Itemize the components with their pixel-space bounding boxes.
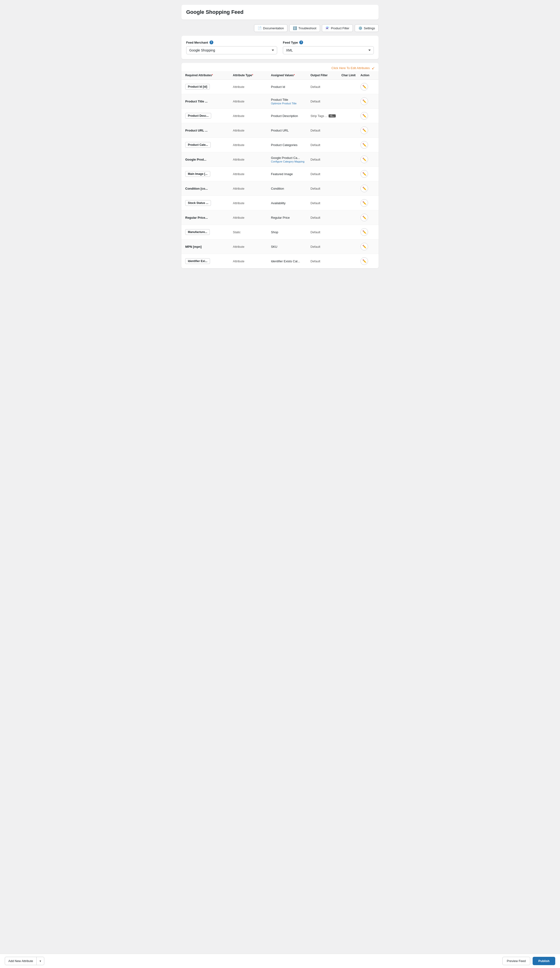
col-action: Action — [360, 74, 375, 77]
edit-button[interactable]: ✏️ — [360, 83, 368, 91]
assigned-value-text: SKU — [271, 245, 278, 249]
assigned-value-cell: SKU — [271, 245, 311, 249]
attribute-type-cell: Attribute — [233, 99, 271, 103]
output-filter-cell: Default — [311, 172, 342, 176]
action-cell: ✏️ — [360, 156, 375, 163]
output-filter-cell: Default — [311, 187, 342, 191]
troubleshoot-button[interactable]: ℹ️ Troubleshoot — [289, 24, 320, 32]
table-row: Main Image [...AttributeFeatured ImageDe… — [182, 167, 378, 181]
attribute-type-cell: Attribute — [233, 216, 271, 219]
merchant-help-icon[interactable]: ? — [210, 40, 213, 44]
edit-attributes-link[interactable]: Click Here To Edit Attributes — [331, 66, 370, 70]
feed-type-label: Feed Type ? — [283, 40, 374, 44]
output-filter-cell: Default — [311, 259, 342, 263]
settings-button[interactable]: ⚙️ Settings — [355, 24, 378, 32]
output-filter-cell: Default — [311, 201, 342, 205]
assigned-value-text: Regular Price — [271, 216, 290, 219]
attribute-badge: Stock Status ... — [185, 200, 211, 206]
assigned-value-text: Google Product Ca... — [271, 156, 300, 160]
feed-merchant-select[interactable]: Google Shopping — [186, 46, 277, 54]
output-filter-cell: Default — [311, 129, 342, 132]
plus-badge: +1... — [329, 114, 336, 118]
assigned-value-text: Availability — [271, 201, 286, 205]
table-row: Google Prod...AttributeGoogle Product Ca… — [182, 152, 378, 167]
attribute-badge: Manufacture... — [185, 229, 210, 235]
attribute-cell: MPN [mpn] — [185, 245, 233, 249]
assigned-value-cell: Product Id — [271, 85, 311, 89]
col-attribute-type: Attribute Type* — [233, 74, 271, 77]
edit-button[interactable]: ✏️ — [360, 112, 368, 119]
action-cell: ✏️ — [360, 126, 375, 134]
value-link[interactable]: Configure Category Mapping — [271, 160, 311, 163]
attribute-cell: Google Prod... — [185, 157, 233, 161]
attribute-type-cell: Attribute — [233, 158, 271, 161]
table-row: Product Desc...AttributeProduct Descript… — [182, 109, 378, 123]
edit-button[interactable]: ✏️ — [360, 243, 368, 250]
action-cell: ✏️ — [360, 243, 375, 250]
edit-button[interactable]: ✏️ — [360, 199, 368, 207]
action-cell: ✏️ — [360, 141, 375, 149]
attribute-badge: Product Desc... — [185, 113, 211, 119]
edit-button[interactable]: ✏️ — [360, 228, 368, 236]
action-cell: ✏️ — [360, 83, 375, 91]
value-link[interactable]: Optimize Product Title — [271, 102, 311, 105]
documentation-button[interactable]: 📄 Documentation — [254, 24, 287, 32]
edit-button[interactable]: ✏️ — [360, 214, 368, 221]
attribute-cell: Main Image [... — [185, 171, 233, 177]
assigned-value-text: Condition — [271, 187, 284, 191]
attribute-type-cell: Attribute — [233, 245, 271, 249]
add-new-attribute-button[interactable]: Add New Attribute ▼ — [5, 957, 44, 965]
output-filter-cell: Default — [311, 99, 342, 103]
assigned-value-cell: Featured Image — [271, 172, 311, 176]
table-row: Regular Price...AttributeRegular PriceDe… — [182, 211, 378, 225]
attribute-name: Product URL ... — [185, 129, 208, 132]
attribute-badge: Product Id [id] — [185, 84, 210, 90]
assigned-value-text: Product Id — [271, 85, 285, 89]
publish-button[interactable]: Publish — [533, 957, 555, 965]
action-cell: ✏️ — [360, 98, 375, 105]
action-cell: ✏️ — [360, 228, 375, 236]
assigned-value-text: Product Categories — [271, 143, 297, 147]
feedtype-help-icon[interactable]: ? — [299, 40, 303, 44]
edit-button[interactable]: ✏️ — [360, 156, 368, 163]
action-cell: ✏️ — [360, 112, 375, 119]
edit-button[interactable]: ✏️ — [360, 257, 368, 265]
attribute-badge: Main Image [... — [185, 171, 210, 177]
edit-button[interactable]: ✏️ — [360, 141, 368, 149]
attribute-type-cell: Attribute — [233, 201, 271, 205]
filter-icon: ⚗️ — [325, 26, 330, 30]
chevron-down-icon: ▼ — [37, 958, 44, 965]
assigned-value-text: Identifier Exists Cal... — [271, 259, 300, 263]
attribute-cell: Stock Status ... — [185, 200, 233, 206]
table-row: Product Cate...AttributeProduct Categori… — [182, 138, 378, 152]
action-cell: ✏️ — [360, 185, 375, 192]
assigned-value-text: Featured Image — [271, 172, 293, 176]
attribute-type-cell: Attribute — [233, 143, 271, 147]
table-row: Condition [co...AttributeConditionDefaul… — [182, 181, 378, 196]
info-icon: ℹ️ — [293, 26, 297, 30]
edit-button[interactable]: ✏️ — [360, 98, 368, 105]
table-row: Identifier Exi...AttributeIdentifier Exi… — [182, 254, 378, 268]
output-filter-cell: Default — [311, 158, 342, 161]
attribute-type-cell: Attribute — [233, 259, 271, 263]
arrow-icon: ↙ — [372, 66, 375, 70]
attribute-type-cell: Attribute — [233, 129, 271, 132]
preview-feed-button[interactable]: Preview Feed — [502, 957, 530, 965]
add-new-label: Add New Attribute — [5, 957, 37, 965]
product-filter-button[interactable]: ⚗️ Product Filter — [322, 24, 353, 32]
troubleshoot-label: Troubleshoot — [298, 27, 316, 30]
edit-button[interactable]: ✏️ — [360, 185, 368, 192]
edit-button[interactable]: ✏️ — [360, 126, 368, 134]
output-filter-cell: Default — [311, 230, 342, 234]
assigned-value-text: Product URL — [271, 129, 289, 132]
assigned-value-cell: Availability — [271, 201, 311, 205]
edit-button[interactable]: ✏️ — [360, 170, 368, 178]
col-required-attributes: Required Attributes* — [185, 74, 233, 77]
assigned-value-cell: Google Product Ca...Configure Category M… — [271, 156, 311, 163]
attribute-name: Product Title ... — [185, 99, 208, 103]
table-row: Product URL ...AttributeProduct URLDefau… — [182, 123, 378, 138]
feed-type-select[interactable]: XML — [283, 46, 374, 54]
table-rows-container: Product Id [id]AttributeProduct IdDefaul… — [182, 80, 378, 268]
attribute-name: Regular Price... — [185, 216, 208, 219]
attribute-cell: Identifier Exi... — [185, 258, 233, 264]
